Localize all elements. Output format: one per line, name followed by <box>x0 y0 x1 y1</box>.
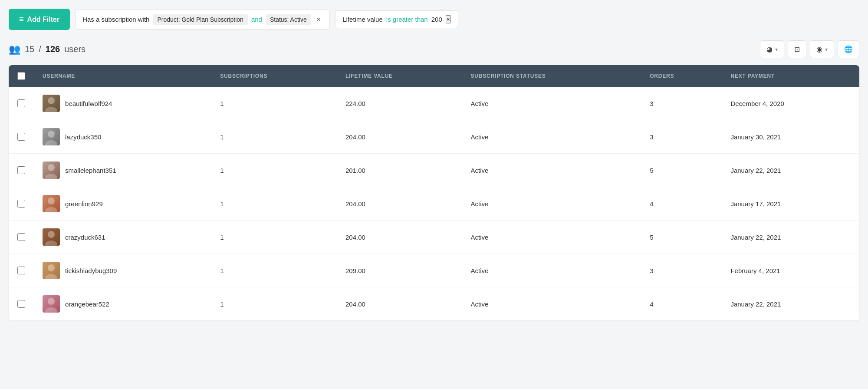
orders-cell: 3 <box>641 254 722 287</box>
table-row: beautifulwolf924 1 224.00 Active 3 Decem… <box>9 87 859 120</box>
add-filter-button[interactable]: ≡ Add Filter <box>9 9 70 30</box>
row-checkbox-cell <box>9 187 34 221</box>
row-checkbox-cell <box>9 287 34 321</box>
filter2-operator: is greater than <box>386 16 428 23</box>
save-icon: ⊡ <box>794 45 800 53</box>
filter-bar: ≡ Add Filter Has a subscription with Pro… <box>9 9 859 30</box>
table-row: lazyduck350 1 204.00 Active 3 January 30… <box>9 120 859 154</box>
row-checkbox[interactable] <box>17 99 25 107</box>
lifetime-value-cell: 204.00 <box>337 287 462 321</box>
orders-cell: 5 <box>641 221 722 254</box>
lifetime-value-cell: 204.00 <box>337 187 462 221</box>
svg-point-7 <box>48 164 55 171</box>
filter2-prefix: Lifetime value <box>342 16 383 23</box>
lifetime-value-filter-chip: Lifetime value is greater than 200 × <box>335 10 458 28</box>
row-checkbox-cell <box>9 221 34 254</box>
svg-point-10 <box>48 198 55 204</box>
lifetime-value-cell: 204.00 <box>337 221 462 254</box>
eye-icon: ◉ <box>816 45 822 53</box>
table-row: smallelephant351 1 201.00 Active 5 Janua… <box>9 154 859 187</box>
row-checkbox[interactable] <box>17 233 25 241</box>
checkbox-header <box>9 65 34 87</box>
filter-icon: ≡ <box>19 15 24 24</box>
row-checkbox-cell <box>9 254 34 287</box>
svg-point-8 <box>45 174 57 179</box>
add-filter-label: Add Filter <box>27 16 60 23</box>
avatar <box>43 195 60 212</box>
next-payment-cell: December 4, 2020 <box>722 87 859 120</box>
chevron-down-icon-2: ▾ <box>825 46 828 53</box>
username-cell: beautifulwolf924 <box>34 87 211 120</box>
user-count-display: 👥 15 / 126 users <box>9 44 85 55</box>
pie-chart-button[interactable]: ◕ ▾ <box>760 40 784 58</box>
username-cell: lazyduck350 <box>34 120 211 154</box>
users-table: USERNAME SUBSCRIPTIONS LIFETIME VALUE SU… <box>9 65 859 320</box>
filter1-close-button[interactable]: × <box>315 16 323 23</box>
svg-point-11 <box>45 207 57 212</box>
avatar <box>43 228 60 246</box>
filtered-count: 15 <box>25 44 34 54</box>
globe-icon: 🌐 <box>844 45 853 53</box>
users-icon: 👥 <box>9 44 20 55</box>
username-cell: smallelephant351 <box>34 154 211 187</box>
chevron-down-icon: ▾ <box>775 46 778 53</box>
next-payment-cell: January 22, 2021 <box>722 221 859 254</box>
username-text: beautifulwolf924 <box>65 100 112 107</box>
orders-cell: 3 <box>641 120 722 154</box>
avatar <box>43 295 60 313</box>
table-body: beautifulwolf924 1 224.00 Active 3 Decem… <box>9 87 859 320</box>
next-payment-cell: January 22, 2021 <box>722 154 859 187</box>
status-cell: Active <box>462 187 641 221</box>
row-checkbox[interactable] <box>17 200 25 208</box>
username-text: lazyduck350 <box>65 133 101 141</box>
table-row: crazyduck631 1 204.00 Active 5 January 2… <box>9 221 859 254</box>
col-lifetime-value: LIFETIME VALUE <box>337 65 462 87</box>
svg-point-13 <box>48 231 55 238</box>
globe-button[interactable]: 🌐 <box>838 40 859 58</box>
row-checkbox[interactable] <box>17 133 25 141</box>
svg-point-19 <box>48 298 55 305</box>
toolbar-icons-group: ◕ ▾ ⊡ ◉ ▾ 🌐 <box>760 40 859 58</box>
col-orders: ORDERS <box>641 65 722 87</box>
col-username: USERNAME <box>34 65 211 87</box>
subscriptions-cell: 1 <box>211 221 337 254</box>
subscriptions-cell: 1 <box>211 87 337 120</box>
row-checkbox[interactable] <box>17 166 25 174</box>
next-payment-cell: January 22, 2021 <box>722 287 859 321</box>
select-all-checkbox[interactable] <box>17 72 25 80</box>
filter1-tag2[interactable]: Status: Active <box>266 14 311 25</box>
count-separator: / <box>39 44 41 54</box>
username-cell: orangebear522 <box>34 287 211 321</box>
eye-button[interactable]: ◉ ▾ <box>810 40 834 58</box>
users-label: users <box>64 44 85 54</box>
col-subscription-statuses: SUBSCRIPTION STATUSES <box>462 65 641 87</box>
lifetime-value-cell: 204.00 <box>337 120 462 154</box>
subscriptions-cell: 1 <box>211 120 337 154</box>
status-cell: Active <box>462 154 641 187</box>
lifetime-value-cell: 224.00 <box>337 87 462 120</box>
header-row: USERNAME SUBSCRIPTIONS LIFETIME VALUE SU… <box>9 65 859 87</box>
row-checkbox-cell <box>9 154 34 187</box>
save-view-button[interactable]: ⊡ <box>788 40 806 58</box>
filter1-tag1[interactable]: Product: Gold Plan Subscription <box>153 14 247 25</box>
table-row: greenlion929 1 204.00 Active 4 January 1… <box>9 187 859 221</box>
col-subscriptions: SUBSCRIPTIONS <box>211 65 337 87</box>
filter2-value: 200 <box>431 16 442 23</box>
status-cell: Active <box>462 120 641 154</box>
username-cell: tickishladybug309 <box>34 254 211 287</box>
svg-point-17 <box>45 274 57 279</box>
status-cell: Active <box>462 221 641 254</box>
subscriptions-cell: 1 <box>211 187 337 221</box>
row-checkbox[interactable] <box>17 300 25 308</box>
username-text: orangebear522 <box>65 300 109 308</box>
svg-point-16 <box>48 264 55 271</box>
next-payment-cell: February 4, 2021 <box>722 254 859 287</box>
filter1-prefix: Has a subscription with <box>82 16 149 23</box>
subscription-filter-chip: Has a subscription with Product: Gold Pl… <box>75 10 330 30</box>
total-count: 126 <box>46 44 60 54</box>
status-cell: Active <box>462 87 641 120</box>
svg-point-4 <box>48 131 55 138</box>
filter2-close-button[interactable]: × <box>446 15 451 23</box>
col-next-payment: NEXT PAYMENT <box>722 65 859 87</box>
row-checkbox[interactable] <box>17 267 25 274</box>
